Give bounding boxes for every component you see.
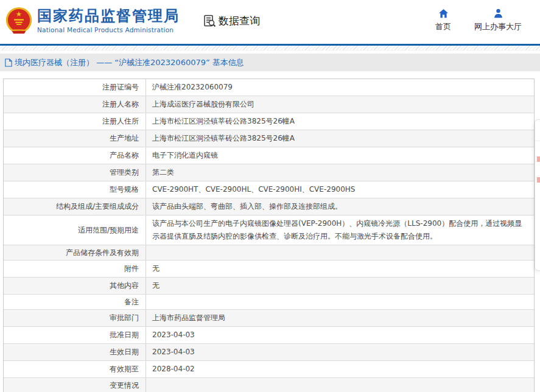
registration-info-table: 注册证编号 沪械注准20232060079 注册人名称 上海成运医疗器械股份有限… [3, 79, 535, 392]
table-row: 附件 无 [4, 260, 534, 277]
hatch-pattern-band [0, 46, 540, 51]
table-row: 注册人住所 上海市松江区洞泾镇莘砖公路3825号26幢A [4, 113, 534, 130]
field-label: 附件 [4, 261, 146, 277]
field-value: 上海市药品监督管理局 [146, 310, 534, 326]
table-row: 产品储存条件及有效期 [4, 245, 534, 260]
table-row: 有效期至 2028-04-02 [4, 360, 534, 377]
field-label: 型号规格 [4, 181, 146, 198]
field-value: 上海成运医疗器械股份有限公司 [146, 96, 534, 113]
table-row: 批准日期 2023-04-03 [4, 326, 534, 343]
field-label: 注册人住所 [4, 113, 146, 130]
table-row: 备注 [4, 294, 534, 309]
field-value: CVE-2900HT、CVE-2900HL、CVE-2900HI、CVE-290… [146, 181, 534, 198]
field-label: 注册人名称 [4, 96, 146, 113]
field-label: 批准日期 [4, 327, 146, 343]
page-icon [5, 58, 12, 67]
field-value [146, 245, 534, 260]
field-label: 产品名称 [4, 147, 146, 164]
nav-home-label: 首页 [435, 21, 451, 32]
home-icon [438, 8, 449, 19]
table-row: 审批部门 上海市药品监督管理局 [4, 309, 534, 326]
field-value: 上海市松江区洞泾镇莘砖公路3825号26幢A [146, 113, 534, 130]
field-label: 审批部门 [4, 310, 146, 326]
side-peek-panel[interactable] [535, 119, 540, 271]
table-row: 适用范围/预期用途 该产品与本公司生产的电子内窥镜图像处理器(VEP-2900H… [4, 215, 534, 245]
field-label: 备注 [4, 295, 146, 309]
table-row: 生产地址 上海市松江区洞泾镇莘砖公路3825号26幢A [4, 130, 534, 147]
svg-text:★: ★ [16, 10, 22, 18]
table-row: 结构及组成/主要组成成分 该产品由头端部、弯曲部、插入部、操作部及连接部组成。 [4, 198, 534, 215]
field-value: 沪械注准20232060079 [146, 79, 534, 96]
field-label: 变更情况 [4, 378, 146, 392]
field-label: 注册证编号 [4, 79, 146, 96]
top-nav: 首页 网上办事大厅 [435, 8, 522, 32]
field-label: 结构及组成/主要组成成分 [4, 198, 146, 215]
side-peek-red-text-fragment [537, 177, 540, 183]
field-value: 2023-04-03 [146, 327, 534, 343]
field-value: 无 [146, 278, 534, 294]
field-value: 第二类 [146, 164, 534, 181]
table-row: 注册人名称 上海成运医疗器械股份有限公司 [4, 96, 534, 113]
brand-block: 国家药品监督管理局 National Medical Products Admi… [37, 7, 180, 33]
table-row: 型号规格 CVE-2900HT、CVE-2900HL、CVE-2900HI、CV… [4, 181, 534, 198]
field-label: 生产地址 [4, 130, 146, 147]
side-peek-divider [535, 141, 540, 141]
header: ★ 国家药品监督管理局 National Medical Products Ad… [0, 0, 540, 44]
side-peek-red-text-fragment [537, 156, 540, 162]
site-subtitle: National Medical Products Administration [37, 26, 180, 33]
breadcrumb-text: 境内医疗器械（注册） —— “沪械注准20232060079” 基本信息 [15, 57, 244, 68]
field-label: 管理类别 [4, 164, 146, 181]
field-label: 其他内容 [4, 278, 146, 294]
field-value [146, 378, 534, 392]
nav-data-query-label: 数据查询 [219, 14, 260, 28]
field-value: 2023-04-03 [146, 344, 534, 360]
field-value [146, 295, 534, 309]
field-label: 产品储存条件及有效期 [4, 245, 146, 260]
field-value: 上海市松江区洞泾镇莘砖公路3825号26幢A [146, 130, 534, 147]
nav-home[interactable]: 首页 [435, 8, 451, 32]
field-value: 该产品由头端部、弯曲部、插入部、操作部及连接部组成。 [146, 198, 534, 215]
table-row: 注册证编号 沪械注准20232060079 [4, 79, 534, 96]
person-icon [493, 8, 504, 19]
field-label: 适用范围/预期用途 [4, 215, 146, 245]
field-label: 生效日期 [4, 344, 146, 360]
table-row: 生效日期 2023-04-03 [4, 343, 534, 360]
site-title: 国家药品监督管理局 [37, 7, 180, 25]
table-row: 其他内容 无 [4, 277, 534, 294]
nav-service-hall-label: 网上办事大厅 [474, 21, 522, 32]
field-label: 有效期至 [4, 361, 146, 377]
nav-service-hall[interactable]: 网上办事大厅 [474, 8, 522, 32]
document-search-icon [203, 14, 217, 28]
field-value: 电子下消化道内窥镜 [146, 147, 534, 164]
table-row: 管理类别 第二类 [4, 164, 534, 181]
field-value: 无 [146, 261, 534, 277]
table-row: 变更情况 [4, 377, 534, 392]
table-row: 产品名称 电子下消化道内窥镜 [4, 147, 534, 164]
nav-data-query[interactable]: 数据查询 [203, 14, 260, 28]
field-value: 2028-04-02 [146, 361, 534, 377]
breadcrumb: 境内医疗器械（注册） —— “沪械注准20232060079” 基本信息 [0, 54, 540, 71]
national-emblem-logo: ★ [5, 6, 33, 35]
field-value: 该产品与本公司生产的电子内窥镜图像处理器(VEP-2900H）、内窥镜冷光源（L… [146, 215, 534, 245]
